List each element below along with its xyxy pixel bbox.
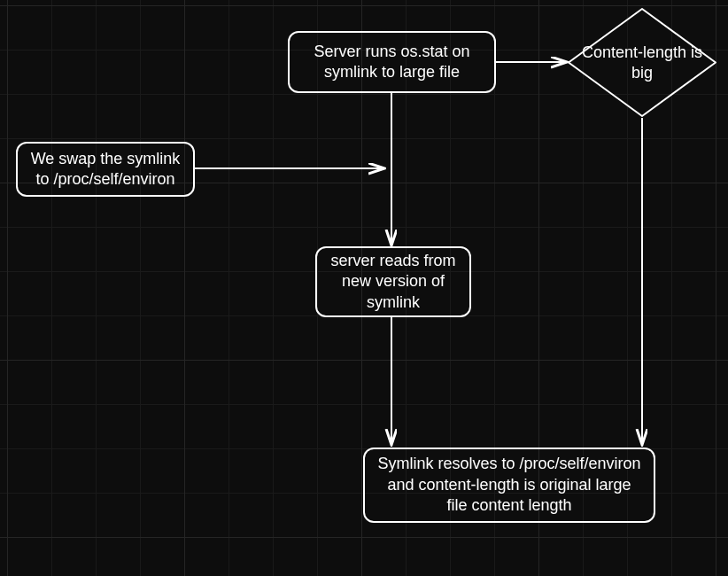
node-result-label: Symlink resolves to /proc/self/environ a… bbox=[376, 454, 643, 516]
node-swap-label: We swap the symlink to /proc/self/enviro… bbox=[28, 149, 182, 191]
node-swap[interactable]: We swap the symlink to /proc/self/enviro… bbox=[16, 142, 195, 197]
node-content-length[interactable]: Content-length is big bbox=[567, 7, 717, 118]
node-reads[interactable]: server reads from new version of symlink bbox=[315, 246, 471, 317]
node-reads-label: server reads from new version of symlink bbox=[328, 251, 459, 313]
diagram-canvas: Server runs os.stat on symlink to large … bbox=[0, 0, 728, 576]
node-stat[interactable]: Server runs os.stat on symlink to large … bbox=[288, 31, 496, 93]
node-stat-label: Server runs os.stat on symlink to large … bbox=[300, 42, 484, 83]
node-content-length-label: Content-length is big bbox=[577, 43, 707, 82]
node-result[interactable]: Symlink resolves to /proc/self/environ a… bbox=[363, 448, 655, 523]
